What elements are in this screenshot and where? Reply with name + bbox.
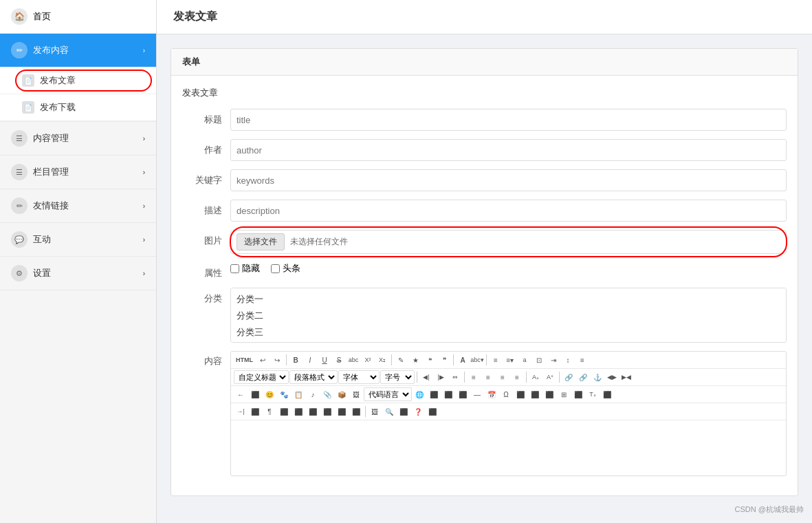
sidebar-item-content[interactable]: ☰ 内容管理 › <box>0 122 156 156</box>
toolbar-heading-select[interactable]: 自定义标题 <box>234 370 289 384</box>
toolbar-image[interactable]: 🖼 <box>349 387 363 401</box>
sidebar-item-column[interactable]: ☰ 栏目管理 › <box>0 156 156 189</box>
toolbar-size-select[interactable]: 字号 <box>380 370 415 384</box>
toolbar-abc[interactable]: abc <box>347 353 360 367</box>
toolbar-undo[interactable]: ↩ <box>256 353 270 367</box>
attr-hidden-checkbox[interactable] <box>230 264 239 273</box>
toolbar-quote-open[interactable]: ❝ <box>423 353 437 367</box>
title-input[interactable] <box>230 109 787 131</box>
toolbar-code-select[interactable]: 代码语言 <box>364 387 412 401</box>
toolbar-align-justify[interactable]: ≡ <box>510 370 524 384</box>
toolbar-table-icon[interactable]: ⊡ <box>532 353 546 367</box>
sidebar-item-publish-article[interactable]: 📄 发布文章 <box>0 67 156 94</box>
toolbar-omega[interactable]: Ω <box>499 387 513 401</box>
toolbar-para2[interactable]: ¶ <box>263 405 276 418</box>
sidebar-item-settings[interactable]: ⚙ 设置 › <box>0 257 156 290</box>
toolbar-b14[interactable]: ⬛ <box>335 405 349 418</box>
toolbar-b8[interactable]: ⬛ <box>600 387 614 401</box>
list-item[interactable]: 分类四 <box>231 341 786 343</box>
toolbar-table[interactable]: ⊞ <box>557 387 571 401</box>
sidebar-item-links[interactable]: ✏ 友情链接 › <box>0 189 156 223</box>
toolbar-img2[interactable]: 🖼 <box>368 405 382 418</box>
list-item[interactable]: 分类一 <box>231 291 786 308</box>
sidebar-item-interact[interactable]: 💬 互动 › <box>0 223 156 257</box>
toolbar-link[interactable]: 🔗 <box>562 370 575 384</box>
toolbar-b13[interactable]: ⬛ <box>320 405 334 418</box>
toolbar-font-color[interactable]: A <box>456 353 470 367</box>
toolbar-indent-right[interactable]: ⇥ <box>547 353 560 367</box>
toolbar-outdent2[interactable]: |▶ <box>434 370 448 384</box>
toolbar-attach[interactable]: 📎 <box>320 387 334 401</box>
toolbar-clear-format[interactable]: Aₓ <box>529 370 542 384</box>
toolbar-web[interactable]: 🌐 <box>413 387 426 401</box>
toolbar-font-select[interactable]: 字体 <box>338 370 380 384</box>
toolbar-outdent[interactable]: ◀| <box>419 370 433 384</box>
toolbar-tx[interactable]: Tₓ <box>586 387 600 401</box>
editor-body[interactable] <box>231 420 786 476</box>
toolbar-b6[interactable]: ⬛ <box>542 387 556 401</box>
attr-hidden-item[interactable]: 隐藏 <box>230 262 260 275</box>
toolbar-b17[interactable]: ⬛ <box>426 405 439 418</box>
toolbar-para-select[interactable]: 段落格式 <box>289 370 338 384</box>
toolbar-indent-left[interactable]: ↕ <box>561 353 575 367</box>
toolbar-format2[interactable]: Aˣ <box>543 370 557 384</box>
toolbar-b4[interactable]: ⬛ <box>514 387 527 401</box>
attr-headline-checkbox[interactable] <box>271 264 280 273</box>
toolbar-pen[interactable]: ✎ <box>394 353 408 367</box>
toolbar-arrow[interactable]: ← <box>234 387 248 401</box>
attr-headline-item[interactable]: 头条 <box>271 262 300 275</box>
toolbar-b15[interactable]: ⬛ <box>349 405 363 418</box>
description-input[interactable] <box>230 200 787 222</box>
toolbar-html[interactable]: HTML <box>234 353 255 367</box>
toolbar-bg-color[interactable]: abc▾ <box>470 353 484 367</box>
toolbar-span[interactable]: ⇔ <box>448 370 462 384</box>
toolbar-b9[interactable]: ⬛ <box>248 405 262 418</box>
toolbar-b16[interactable]: ⬛ <box>397 405 410 418</box>
toolbar-align-center[interactable]: ≡ <box>481 370 495 384</box>
author-input[interactable] <box>230 139 787 161</box>
toolbar-tab-right[interactable]: →| <box>234 405 248 418</box>
toolbar-align-right[interactable]: ≡ <box>496 370 509 384</box>
toolbar-zoom[interactable]: 🔍 <box>382 405 396 418</box>
toolbar-emoji[interactable]: 😊 <box>263 387 276 401</box>
list-item[interactable]: 分类三 <box>231 324 786 341</box>
toolbar-b7[interactable]: ⬛ <box>571 387 585 401</box>
toolbar-block-left[interactable]: ◀▶ <box>605 370 619 384</box>
toolbar-block-right[interactable]: ▶◀ <box>619 370 633 384</box>
toolbar-help[interactable]: ❓ <box>411 405 425 418</box>
toolbar-b1[interactable]: ⬛ <box>427 387 441 401</box>
toolbar-indent-a[interactable]: a <box>518 353 531 367</box>
category-list[interactable]: 分类一 分类二 分类三 分类四 <box>230 288 787 343</box>
toolbar-special[interactable]: 🐾 <box>277 387 291 401</box>
toolbar-sup[interactable]: X² <box>361 353 375 367</box>
toolbar-b11[interactable]: ⬛ <box>292 405 305 418</box>
toolbar-template[interactable]: 📋 <box>292 387 305 401</box>
toolbar-underline[interactable]: U <box>318 353 331 367</box>
keywords-input[interactable] <box>230 169 787 191</box>
toolbar-anchor[interactable]: ⚓ <box>591 370 604 384</box>
sidebar-item-publish[interactable]: ✏ 发布内容 › <box>0 34 156 67</box>
toolbar-list-ul[interactable]: ≡▾ <box>503 353 517 367</box>
toolbar-align-left[interactable]: ≡ <box>467 370 481 384</box>
toolbar-flash[interactable]: 📦 <box>335 387 349 401</box>
sidebar-item-publish-download[interactable]: 📄 发布下载 <box>0 94 156 121</box>
toolbar-star[interactable]: ★ <box>408 353 422 367</box>
toolbar-b12[interactable]: ⬛ <box>306 405 320 418</box>
toolbar-strikethrough[interactable]: S <box>332 353 346 367</box>
list-item[interactable]: 分类二 <box>231 308 786 324</box>
toolbar-b2[interactable]: ⬛ <box>441 387 455 401</box>
toolbar-redo[interactable]: ↪ <box>270 353 284 367</box>
toolbar-media[interactable]: ♪ <box>306 387 320 401</box>
toolbar-hr[interactable]: — <box>470 387 484 401</box>
toolbar-b3[interactable]: ⬛ <box>456 387 470 401</box>
toolbar-block[interactable]: ⬛ <box>248 387 262 401</box>
toolbar-bold[interactable]: B <box>289 353 303 367</box>
toolbar-date[interactable]: 📅 <box>485 387 498 401</box>
toolbar-justify[interactable]: ≡ <box>575 353 589 367</box>
file-select-button[interactable]: 选择文件 <box>237 233 285 250</box>
toolbar-italic[interactable]: I <box>303 353 317 367</box>
toolbar-list-ol[interactable]: ≡ <box>489 353 503 367</box>
sidebar-home[interactable]: 🏠 首页 <box>0 0 156 34</box>
toolbar-unlink[interactable]: 🔗 <box>576 370 590 384</box>
toolbar-b5[interactable]: ⬛ <box>528 387 542 401</box>
